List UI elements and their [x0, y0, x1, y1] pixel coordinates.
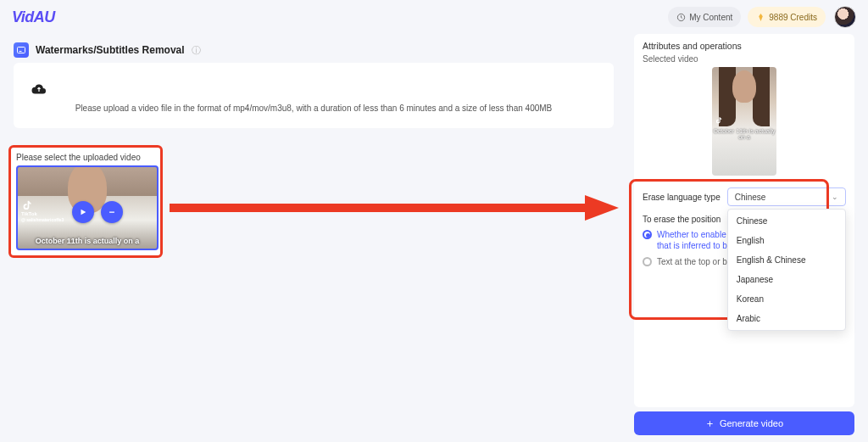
diamond-icon	[756, 13, 765, 22]
video-thumbnail[interactable]: TikTok @ salishmatericoffe3 October 11th…	[16, 165, 159, 250]
chevron-down-icon: ⌄	[832, 193, 838, 201]
my-content-label: My Content	[689, 13, 732, 22]
opt2-line1: Text at the top or b	[657, 256, 727, 267]
tiktok-brand: TikTok	[21, 211, 37, 216]
logo: VidAU	[12, 8, 55, 26]
tiktok-handle: @ salishmatericoffe3	[21, 217, 64, 222]
erase-language-dropdown: Chinese English English & Chinese Japane…	[727, 209, 846, 331]
my-content-button[interactable]: My Content	[668, 7, 741, 27]
erase-language-select[interactable]: Chinese ⌄ Chinese English English & Chin…	[727, 187, 846, 206]
upload-icon	[31, 81, 597, 95]
option-arabic[interactable]: Arabic	[728, 309, 845, 328]
erase-language-label: Erase language type	[643, 193, 721, 202]
feature-icon	[14, 42, 29, 58]
attributes-panel: Attributes and operations Selected video…	[634, 34, 854, 407]
option-english[interactable]: English	[728, 231, 845, 250]
page-title: Watermarks/Subtitles Removal	[36, 44, 185, 56]
remove-button[interactable]	[101, 201, 123, 223]
clock-icon	[676, 13, 686, 22]
panel-title: Attributes and operations	[643, 41, 846, 51]
selected-video-label: Selected video	[643, 54, 846, 64]
play-button[interactable]	[72, 201, 94, 223]
selected-thumb-caption: October 11th is actually on a	[712, 128, 776, 140]
selected-video-thumb[interactable]: October 11th is actually on a	[712, 67, 776, 176]
plus-icon	[705, 419, 715, 428]
radio-checked-icon	[643, 230, 652, 239]
svg-rect-1	[18, 48, 25, 53]
option-japanese[interactable]: Japanese	[728, 270, 845, 289]
thumbnail-caption: October 11th is actually on a	[18, 237, 157, 245]
option-english-chinese[interactable]: English & Chinese	[728, 250, 845, 270]
erase-language-value: Chinese	[735, 193, 766, 202]
help-icon[interactable]: ⓘ	[192, 44, 201, 57]
option-korean[interactable]: Korean	[728, 289, 845, 309]
credits-label: 9889 Credits	[769, 13, 817, 22]
option-chinese[interactable]: Chinese	[728, 211, 845, 231]
tiktok-icon	[715, 116, 723, 125]
credits-button[interactable]: 9889 Credits	[748, 7, 826, 27]
upload-card[interactable]: Please upload a video file in the format…	[14, 63, 614, 128]
svg-marker-3	[585, 195, 619, 221]
uploaded-video-selector: Please select the uploaded video TikTok …	[8, 145, 163, 258]
opt1-line2: that is inferred to b	[657, 241, 727, 250]
opt1-line1: Whether to enable	[657, 230, 726, 239]
radio-unchecked-icon	[643, 257, 652, 266]
generate-label: Generate video	[720, 418, 783, 428]
app-header: VidAU My Content 9889 Credits	[0, 0, 868, 34]
tiktok-icon	[21, 199, 33, 211]
select-label: Please select the uploaded video	[16, 153, 155, 162]
generate-video-button[interactable]: Generate video	[634, 411, 854, 435]
upload-hint: Please upload a video file in the format…	[31, 104, 597, 113]
annotation-arrow	[170, 195, 619, 221]
avatar[interactable]	[834, 6, 856, 28]
